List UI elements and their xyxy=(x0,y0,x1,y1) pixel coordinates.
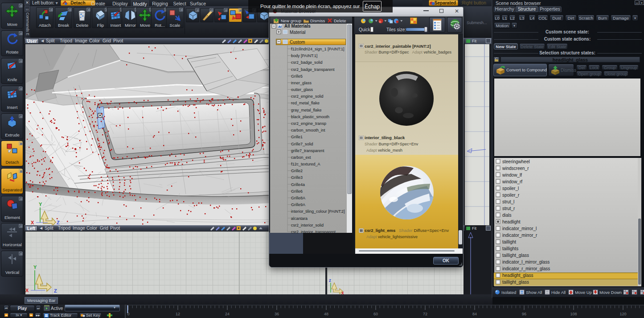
svg-text:f12c_textured_A: f12c_textured_A xyxy=(291,162,320,166)
svg-text:72: 72 xyxy=(423,312,427,316)
svg-text:taillight: taillight xyxy=(502,240,516,244)
svg-text:red_metal_flake: red_metal_flake xyxy=(291,101,320,105)
svg-text:Grille1: Grille1 xyxy=(291,135,303,139)
svg-text:48: 48 xyxy=(324,312,328,316)
svg-text:headlight_glass: headlight_glass xyxy=(502,273,533,278)
svg-text:taillight_glass: taillight_glass xyxy=(502,253,529,258)
svg-text:spoiler_r: spoiler_r xyxy=(502,193,520,198)
svg-text:indicator_mirror_l: indicator_mirror_l xyxy=(502,226,537,231)
svg-text:X: X xyxy=(31,220,34,225)
svg-text:Grille5: Grille5 xyxy=(291,74,303,78)
svg-text:spoiler_l: spoiler_l xyxy=(502,186,519,191)
svg-text:Grille2: Grille2 xyxy=(291,169,303,173)
svg-text:strut_r: strut_r xyxy=(502,206,515,211)
svg-text:indicator_l_mirror_glass: indicator_l_mirror_glass xyxy=(502,260,550,264)
svg-text:strut_l: strut_l xyxy=(502,199,514,204)
svg-text:96: 96 xyxy=(522,312,526,316)
svg-text:Grille3: Grille3 xyxy=(291,175,303,180)
svg-text:csr2_engine_solid: csr2_engine_solid xyxy=(291,94,324,99)
svg-text:black_plastic_smooth: black_plastic_smooth xyxy=(291,115,329,119)
svg-text:Y: Y xyxy=(39,202,42,207)
svg-text:indicator_mirror_r: indicator_mirror_r xyxy=(502,233,537,238)
svg-text:inner_glass: inner_glass xyxy=(291,81,312,85)
svg-text:f12cilindri24_sign_1 [PAINT:1]: f12cilindri24_sign_1 [PAINT:1] xyxy=(291,47,344,51)
svg-text:Z: Z xyxy=(57,220,60,225)
svg-text:36: 36 xyxy=(275,312,279,316)
svg-text:csr2_badge_solid: csr2_badge_solid xyxy=(291,60,323,65)
svg-text:108: 108 xyxy=(570,312,577,316)
svg-text:csr2_interior_solid: csr2_interior_solid xyxy=(291,223,324,227)
svg-text:interior_tiling_colour [PAINT:: interior_tiling_colour [PAINT:2] xyxy=(291,209,345,214)
svg-text:Grille6: Grille6 xyxy=(291,189,303,194)
svg-text:120: 120 xyxy=(619,312,626,316)
svg-text:taillights: taillights xyxy=(502,246,518,251)
svg-text:csr2_engine_transp: csr2_engine_transp xyxy=(291,121,326,126)
svg-text:outter_glass: outter_glass xyxy=(291,87,313,92)
svg-text:X: X xyxy=(25,288,29,293)
svg-text:headlight: headlight xyxy=(502,219,521,224)
svg-text:csr2_badge_transparent: csr2_badge_transparent xyxy=(291,67,335,72)
svg-text:windscreen_r: windscreen_r xyxy=(502,166,529,171)
svg-text:84: 84 xyxy=(472,312,477,316)
svg-text:24: 24 xyxy=(225,312,230,316)
svg-text:body [PAINT:1]: body [PAINT:1] xyxy=(291,54,317,58)
svg-text:steeringwheel: steeringwheel xyxy=(502,159,530,164)
svg-text:Grille9A: Grille9A xyxy=(291,202,305,207)
svg-text:Grille4a: Grille4a xyxy=(291,182,305,187)
svg-text:window_rf: window_rf xyxy=(502,179,522,184)
svg-text:dials: dials xyxy=(502,213,512,218)
svg-text:Y: Y xyxy=(33,264,37,270)
svg-text:taillight_glass: taillight_glass xyxy=(502,280,529,285)
svg-text:indicator_r_mirror_glass: indicator_r_mirror_glass xyxy=(502,266,550,271)
svg-text:carbon_smooth_int: carbon_smooth_int xyxy=(291,128,325,132)
svg-text:Grille8A: Grille8A xyxy=(291,196,305,200)
svg-text:12: 12 xyxy=(176,312,180,316)
svg-text:grille7_transparent: grille7_transparent xyxy=(291,149,324,153)
svg-text:window_lf: window_lf xyxy=(502,173,522,178)
svg-text:alcantara: alcantara xyxy=(291,216,308,221)
svg-text:csr2_interior_transparent: csr2_interior_transparent xyxy=(291,230,336,234)
svg-text:0: 0 xyxy=(127,312,129,316)
svg-text:z: z xyxy=(329,278,331,283)
svg-text:60: 60 xyxy=(373,312,378,316)
svg-text:Z: Z xyxy=(54,288,57,293)
svg-text:gray_metal_flake: gray_metal_flake xyxy=(291,108,322,112)
svg-text:carbon_ext: carbon_ext xyxy=(291,155,311,160)
svg-text:Grille7_solid: Grille7_solid xyxy=(291,142,313,146)
